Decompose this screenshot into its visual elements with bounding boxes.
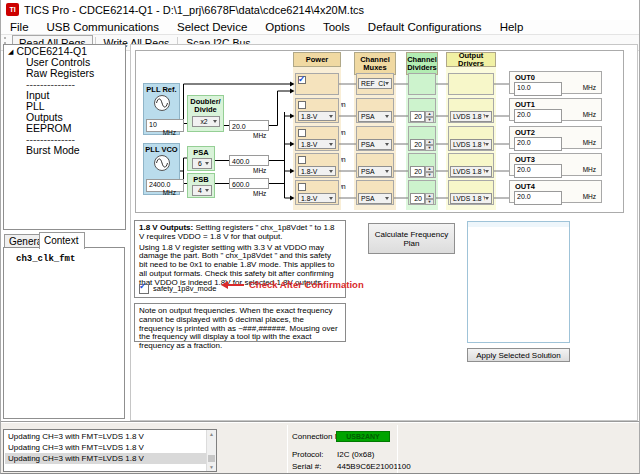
menu-item-help[interactable]: Help (491, 21, 533, 33)
voltage-select-out2[interactable]: 1.8-V (298, 139, 336, 149)
divider-value: 20 (410, 111, 425, 122)
power-checkbox-out1[interactable] (298, 101, 306, 109)
pll-ref-block: PLL Ref. 10 MHz (143, 83, 180, 135)
tree-item-burst-mode[interactable]: Burst Mode (4, 145, 125, 156)
out-freq-out2[interactable]: 20.0 (514, 137, 562, 151)
divider-value: 20 (410, 139, 425, 150)
serial-value: 445B9C6E21001100 (337, 462, 411, 471)
log-list[interactable]: Updating CH=3 with FMT=LVDS 1.8 VUpdatin… (3, 429, 217, 472)
divider-value: 20 (410, 193, 425, 204)
driver-select-out4[interactable]: LVDS 1.8 V (450, 193, 492, 204)
mux-select-out4[interactable]: PSA (358, 193, 392, 204)
divider-spinner-out4[interactable]: 20▲▼ (410, 193, 434, 204)
status-bar: Updating CH=3 with FMT=LVDS 1.8 VUpdatin… (1, 422, 640, 474)
voltage-select-out3[interactable]: 1.8-V (298, 166, 336, 176)
log-entry[interactable]: Updating CH=3 with FMT=LVDS 1.8 V (5, 453, 206, 464)
serial-label: Serial #: (292, 462, 321, 471)
tree-separator: -------------- (4, 79, 125, 90)
pll-vco-unit: MHz (163, 189, 176, 196)
tree-item-pll[interactable]: PLL (4, 101, 125, 112)
doubler-divide-block: Doubler/ Divide x2 (187, 95, 224, 132)
psb-select[interactable]: 4 (192, 185, 212, 196)
chevron-down-icon (385, 197, 389, 200)
out-freq-out3[interactable]: 20.0 (514, 164, 562, 178)
divider-spinner-out2[interactable]: 20▲▼ (410, 139, 434, 150)
driver-select-out4-value: LVDS 1.8 V (451, 195, 485, 202)
mux-select-out1-value: PSA (359, 113, 385, 120)
safety-info-box: 1.8 V Outputs: Setting registers " chx_1… (134, 220, 346, 298)
psa-block: PSA 6 (187, 146, 215, 171)
arrow-line (228, 284, 244, 286)
power-checkbox-out4[interactable] (298, 183, 306, 191)
left-arrow-icon (221, 281, 228, 289)
solution-list-header (468, 222, 569, 227)
mux-select-out0[interactable]: REF_CLK (358, 78, 392, 89)
out-freq-out4[interactable]: 20.0 (514, 191, 562, 205)
driver-select-out2[interactable]: LVDS 1.8 V (450, 139, 492, 150)
spin-down-icon[interactable]: ▼ (425, 172, 434, 178)
chevron-down-icon (385, 170, 389, 173)
mux-select-out3[interactable]: PSA (358, 166, 392, 177)
tree-item-input[interactable]: Input (4, 90, 125, 101)
psb-select-value: 4 (193, 187, 205, 194)
window-title: TICS Pro - CDCE6214-Q1 - D:\1_prj\6678F\… (24, 4, 364, 16)
log-entry[interactable]: Updating CH=3 with FMT=LVDS 1.8 V (5, 431, 206, 442)
chevron-down-icon (385, 143, 389, 146)
context-register-name: ch3_clk_fmt (16, 254, 75, 264)
sine-wave-icon (153, 154, 171, 172)
log-scrollbar[interactable]: ▲▼ (206, 430, 216, 471)
power-checkbox-out3[interactable] (298, 156, 306, 164)
doubler-output-unit: MHz (253, 132, 266, 139)
pll-ref-unit: MHz (163, 129, 176, 136)
psa-select[interactable]: 6 (192, 158, 212, 169)
spin-down-icon[interactable]: ▼ (425, 199, 434, 205)
driver-select-out2-value: LVDS 1.8 V (451, 141, 485, 148)
scroll-up-icon[interactable]: ▲ (207, 430, 216, 438)
tab-context[interactable]: Context (39, 232, 85, 249)
chevron-down-icon (485, 115, 489, 118)
chevron-down-icon (329, 143, 333, 146)
scroll-thumb[interactable] (208, 455, 215, 462)
calculate-frequency-plan-button[interactable]: Calculate Frequency Plan (368, 223, 455, 254)
solution-listbox[interactable] (467, 221, 570, 343)
tree-expander-icon[interactable]: ◢ (8, 46, 13, 57)
mux-select-out1[interactable]: PSA (358, 111, 392, 122)
spinner-buttons: ▲▼ (425, 111, 434, 122)
menu-item-default-configurations[interactable]: Default Configurations (359, 21, 491, 33)
driver-select-out1[interactable]: LVDS 1.8 V (450, 111, 492, 122)
chevron-down-icon (329, 197, 333, 200)
driver-select-out3[interactable]: LVDS 1.8 V (450, 166, 492, 177)
voltage-select-out1[interactable]: 1.8-V (298, 111, 336, 121)
out-freq-out0[interactable]: 10.0 (514, 82, 562, 96)
annotation-text: Check After Confirmation (249, 281, 364, 290)
title-bar: TI TICS Pro - CDCE6214-Q1 - D:\1_prj\667… (1, 0, 640, 20)
menu-item-options[interactable]: Options (256, 21, 314, 33)
pll-vco-block: PLL VCO 2400.0 MHz (143, 143, 180, 195)
power-checkbox-out0[interactable]: ✓ (298, 76, 306, 84)
menu-item-file[interactable]: File (1, 21, 38, 33)
voltage-select-out4[interactable]: 1.8-V (298, 193, 336, 203)
chevron-down-icon (213, 120, 217, 123)
menu-item-select-device[interactable]: Select Device (168, 21, 256, 33)
voltage-select-out1-value: 1.8-V (299, 113, 329, 120)
chevron-down-icon (485, 170, 489, 173)
safety-1p8v-checkbox[interactable]: ✓ (139, 284, 149, 294)
log-entry[interactable]: Updating CH=3 with FMT=LVDS 1.8 V (5, 442, 206, 453)
doubler-select[interactable]: x2 (192, 116, 220, 127)
divider (287, 425, 288, 473)
divider-spinner-out1[interactable]: 20▲▼ (410, 111, 434, 122)
out-freq-out1[interactable]: 20.0 (514, 109, 562, 123)
sine-wave-icon (153, 94, 171, 112)
menu-item-usb-communications[interactable]: USB Communications (38, 21, 168, 33)
psa-output-unit: MHz (253, 167, 266, 174)
menu-item-tools[interactable]: Tools (314, 21, 359, 33)
spin-down-icon[interactable]: ▼ (425, 145, 434, 151)
voltage-select-out4-value: 1.8-V (299, 195, 329, 202)
mux-select-out2[interactable]: PSA (358, 139, 392, 150)
scroll-down-icon[interactable]: ▼ (207, 463, 216, 471)
spin-down-icon[interactable]: ▼ (425, 117, 434, 123)
doubler-select-value: x2 (193, 118, 213, 125)
power-checkbox-out2[interactable] (298, 129, 306, 137)
apply-selected-solution-button[interactable]: Apply Selected Solution (467, 348, 570, 362)
divider-spinner-out3[interactable]: 20▲▼ (410, 166, 434, 177)
